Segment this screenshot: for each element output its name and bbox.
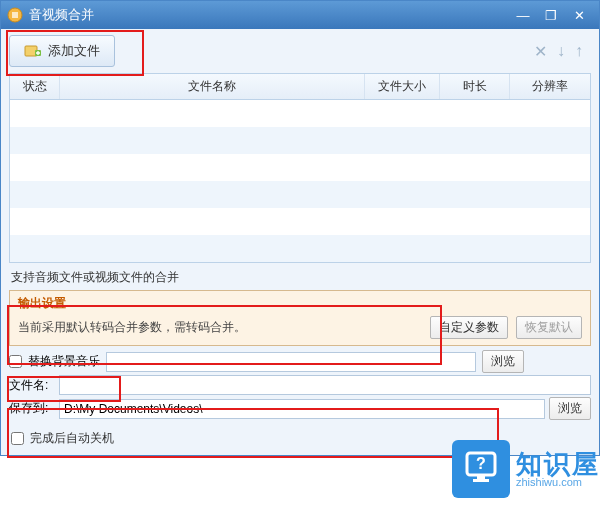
custom-params-button[interactable]: 自定义参数 bbox=[430, 316, 508, 339]
saveto-row: 保存到: 浏览 bbox=[9, 397, 591, 420]
bgm-checkbox[interactable] bbox=[9, 355, 22, 368]
table-row[interactable] bbox=[10, 100, 590, 127]
svg-rect-1 bbox=[12, 12, 18, 18]
col-resolution[interactable]: 分辨率 bbox=[510, 74, 590, 99]
saveto-browse-button[interactable]: 浏览 bbox=[549, 397, 591, 420]
auto-shutdown-label: 完成后自动关机 bbox=[30, 430, 114, 447]
output-note: 当前采用默认转码合并参数，需转码合并。 bbox=[18, 319, 422, 336]
table-row[interactable] bbox=[10, 235, 590, 262]
output-section: 输出设置 当前采用默认转码合并参数，需转码合并。 自定义参数 恢复默认 bbox=[9, 290, 591, 346]
col-duration[interactable]: 时长 bbox=[440, 74, 510, 99]
watermark-icon: ? bbox=[452, 440, 510, 498]
support-note: 支持音频文件或视频文件的合并 bbox=[1, 263, 599, 288]
watermark-cn: 知识屋 bbox=[516, 451, 600, 477]
add-file-icon bbox=[24, 42, 42, 60]
bgm-label: 替换背景音乐 bbox=[28, 353, 100, 370]
table-row[interactable] bbox=[10, 208, 590, 235]
restore-default-button: 恢复默认 bbox=[516, 316, 582, 339]
clear-icon[interactable]: ✕ bbox=[534, 42, 547, 61]
restore-button[interactable]: ❐ bbox=[537, 5, 565, 25]
svg-rect-5 bbox=[477, 475, 485, 479]
filename-row: 文件名: bbox=[9, 375, 591, 395]
bgm-path-input[interactable] bbox=[106, 352, 476, 372]
add-file-label: 添加文件 bbox=[48, 42, 100, 60]
move-down-icon[interactable]: ↓ bbox=[557, 42, 565, 61]
col-size[interactable]: 文件大小 bbox=[365, 74, 440, 99]
grid-body[interactable] bbox=[10, 100, 590, 262]
add-file-button[interactable]: 添加文件 bbox=[9, 35, 115, 67]
table-row[interactable] bbox=[10, 127, 590, 154]
col-status[interactable]: 状态 bbox=[10, 74, 60, 99]
auto-shutdown-checkbox[interactable] bbox=[11, 432, 24, 445]
grid-header: 状态 文件名称 文件大小 时长 分辨率 bbox=[10, 74, 590, 100]
minimize-button[interactable]: — bbox=[509, 5, 537, 25]
bgm-browse-button[interactable]: 浏览 bbox=[482, 350, 524, 373]
titlebar: 音视频合并 — ❐ ✕ bbox=[1, 1, 599, 29]
saveto-input[interactable] bbox=[59, 399, 545, 419]
table-row[interactable] bbox=[10, 181, 590, 208]
close-button[interactable]: ✕ bbox=[565, 5, 593, 25]
svg-text:?: ? bbox=[476, 455, 486, 472]
file-grid: 状态 文件名称 文件大小 时长 分辨率 bbox=[9, 73, 591, 263]
toolbar: 添加文件 ✕ ↓ ↑ bbox=[1, 29, 599, 73]
saveto-label: 保存到: bbox=[9, 400, 55, 417]
app-icon bbox=[7, 7, 23, 23]
filename-label: 文件名: bbox=[9, 377, 55, 394]
col-name[interactable]: 文件名称 bbox=[60, 74, 365, 99]
bgm-row: 替换背景音乐 浏览 bbox=[9, 350, 591, 373]
output-title: 输出设置 bbox=[18, 295, 582, 312]
watermark: ? 知识屋 zhishiwu.com bbox=[452, 440, 600, 498]
app-window: 音视频合并 — ❐ ✕ 添加文件 ✕ ↓ ↑ 状态 文件名称 文件大小 时长 分… bbox=[0, 0, 600, 456]
window-title: 音视频合并 bbox=[29, 6, 94, 24]
toolbar-right: ✕ ↓ ↑ bbox=[534, 42, 591, 61]
move-up-icon[interactable]: ↑ bbox=[575, 42, 583, 61]
filename-input[interactable] bbox=[59, 375, 591, 395]
svg-rect-6 bbox=[473, 479, 489, 482]
table-row[interactable] bbox=[10, 154, 590, 181]
